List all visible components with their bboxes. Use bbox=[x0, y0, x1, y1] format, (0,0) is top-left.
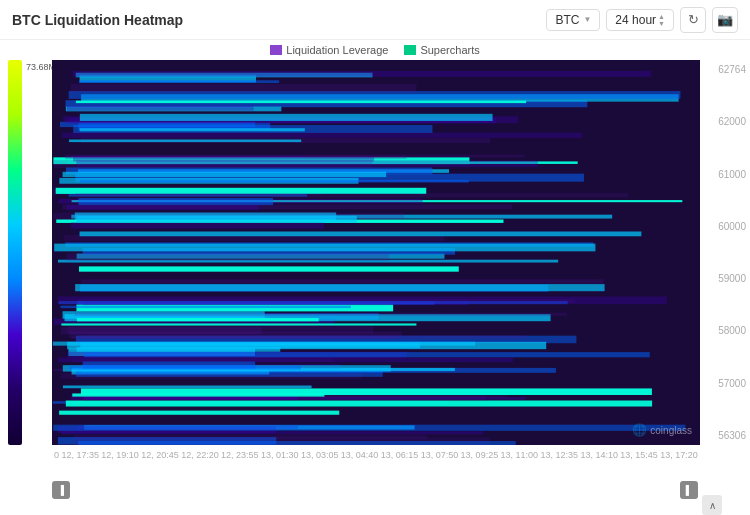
x-label-2: 12, 19:10 bbox=[101, 450, 139, 460]
legend-label-supercharts: Supercharts bbox=[420, 44, 479, 56]
time-arrows-icon: ▲▼ bbox=[658, 13, 665, 27]
controls: BTC ▼ 24 hour ▲▼ ↻ 📷 bbox=[546, 7, 738, 33]
x-label-4: 12, 22:20 bbox=[181, 450, 219, 460]
x-label-0: 0 bbox=[54, 450, 59, 460]
y-axis-left: 73.68M bbox=[0, 60, 52, 445]
x-label-11: 13, 09:25 bbox=[461, 450, 499, 460]
refresh-button[interactable]: ↻ bbox=[680, 7, 706, 33]
legend-label-leverage: Liquidation Leverage bbox=[286, 44, 388, 56]
chart-area: 73.68M 🌐 coinglass 62764 62000 61000 600… bbox=[0, 60, 750, 445]
watermark: 🌐 coinglass bbox=[632, 423, 692, 437]
x-label-7: 13, 03:05 bbox=[301, 450, 339, 460]
x-label-1: 12, 17:35 bbox=[61, 450, 99, 460]
y-axis-right: 62764 62000 61000 60000 59000 58000 5700… bbox=[700, 60, 750, 445]
y-label-5: 58000 bbox=[704, 325, 746, 336]
scroll-handle-left[interactable]: ▐ bbox=[52, 481, 70, 499]
legend-color-leverage bbox=[270, 45, 282, 55]
watermark-text: coinglass bbox=[650, 425, 692, 436]
x-label-15: 13, 15:45 bbox=[620, 450, 658, 460]
y-label-3: 60000 bbox=[704, 221, 746, 232]
page-title: BTC Liquidation Heatmap bbox=[12, 12, 183, 28]
camera-button[interactable]: 📷 bbox=[712, 7, 738, 33]
legend-color-supercharts bbox=[404, 45, 416, 55]
time-select[interactable]: 24 hour ▲▼ bbox=[606, 9, 674, 31]
main-chart[interactable]: 🌐 coinglass bbox=[52, 60, 700, 445]
y-label-4: 59000 bbox=[704, 273, 746, 284]
app-container: BTC Liquidation Heatmap BTC ▼ 24 hour ▲▼… bbox=[0, 0, 750, 515]
header: BTC Liquidation Heatmap BTC ▼ 24 hour ▲▼… bbox=[0, 0, 750, 40]
mini-chart: ▐ ▌ bbox=[52, 475, 698, 505]
scroll-right-icon: ▌ bbox=[686, 485, 692, 495]
x-label-5: 12, 23:55 bbox=[221, 450, 259, 460]
y-label-2: 61000 bbox=[704, 169, 746, 180]
x-axis: 0 12, 17:35 12, 19:10 12, 20:45 12, 22:2… bbox=[52, 445, 700, 465]
y-label-0: 62764 bbox=[704, 64, 746, 75]
time-label: 24 hour bbox=[615, 13, 656, 27]
scroll-handle-right[interactable]: ▌ bbox=[680, 481, 698, 499]
legend-item-supercharts: Supercharts bbox=[404, 44, 479, 56]
x-label-14: 13, 14:10 bbox=[580, 450, 618, 460]
color-scale bbox=[8, 60, 22, 445]
x-label-6: 13, 01:30 bbox=[261, 450, 299, 460]
x-labels: 0 12, 17:35 12, 19:10 12, 20:45 12, 22:2… bbox=[52, 450, 700, 460]
x-label-10: 13, 07:50 bbox=[421, 450, 459, 460]
camera-icon: 📷 bbox=[717, 12, 733, 27]
chevron-up-button[interactable]: ∧ bbox=[702, 495, 722, 515]
heatmap-canvas bbox=[52, 60, 700, 445]
watermark-icon: 🌐 bbox=[632, 423, 647, 437]
y-label-6: 57000 bbox=[704, 378, 746, 389]
legend: Liquidation Leverage Supercharts bbox=[0, 40, 750, 60]
chevron-up-icon: ∧ bbox=[709, 500, 716, 511]
x-label-12: 13, 11:00 bbox=[501, 450, 539, 460]
x-label-8: 13, 04:40 bbox=[341, 450, 379, 460]
coin-chevron-icon: ▼ bbox=[583, 15, 591, 24]
x-label-13: 13, 12:35 bbox=[540, 450, 578, 460]
y-label-1: 62000 bbox=[704, 116, 746, 127]
coin-label: BTC bbox=[555, 13, 579, 27]
x-label-3: 12, 20:45 bbox=[141, 450, 179, 460]
x-label-9: 13, 06:15 bbox=[381, 450, 419, 460]
scroll-left-icon: ▐ bbox=[58, 485, 64, 495]
y-label-7: 56306 bbox=[704, 430, 746, 441]
mini-canvas bbox=[52, 475, 698, 505]
refresh-icon: ↻ bbox=[688, 12, 699, 27]
legend-item-leverage: Liquidation Leverage bbox=[270, 44, 388, 56]
x-label-16: 13, 17:20 bbox=[660, 450, 698, 460]
coin-select[interactable]: BTC ▼ bbox=[546, 9, 600, 31]
